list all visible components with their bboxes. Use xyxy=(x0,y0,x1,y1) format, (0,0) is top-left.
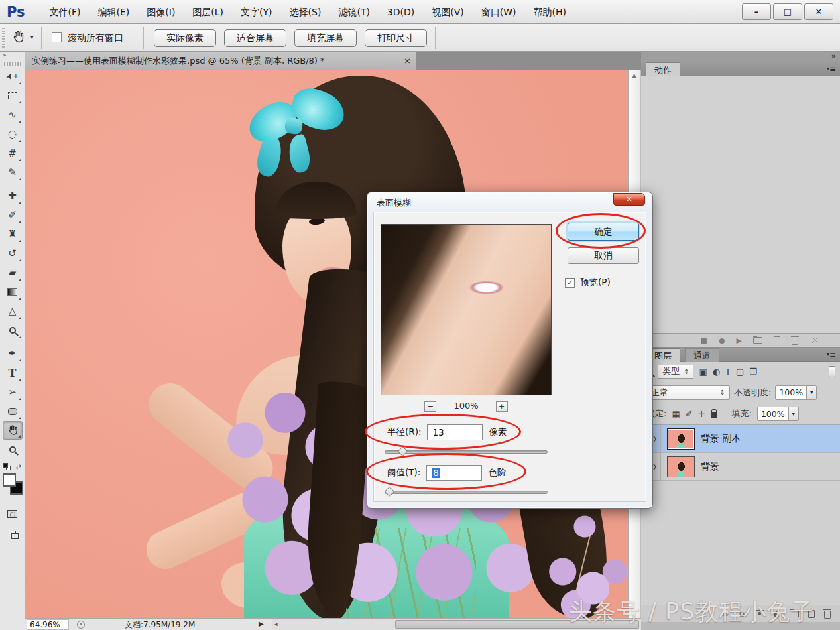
adjustment-layer-filter-icon[interactable]: ◐ xyxy=(713,367,720,377)
type-layer-filter-icon[interactable]: T xyxy=(725,367,731,377)
layer-name[interactable]: 背景 xyxy=(701,461,719,473)
move-tool[interactable]: ➤✛ xyxy=(3,67,23,86)
document-close-icon[interactable]: × xyxy=(404,52,411,70)
tab-actions[interactable]: 动作 xyxy=(646,62,680,76)
quick-selection-tool[interactable]: ◌ xyxy=(3,125,23,143)
default-colors-icon[interactable] xyxy=(3,463,11,470)
lock-all-icon[interactable] xyxy=(711,412,717,418)
radius-input[interactable]: 13 xyxy=(427,424,483,440)
menu-image[interactable]: 图像(I) xyxy=(138,0,184,24)
panel-menu-icon[interactable]: ▾≡ xyxy=(827,64,836,74)
quick-mask-button[interactable] xyxy=(3,505,23,523)
record-icon[interactable]: ● xyxy=(719,336,725,345)
toolbar-collapse-icon[interactable]: » xyxy=(0,52,25,60)
menu-layer[interactable]: 图层(L) xyxy=(184,0,232,24)
lasso-tool[interactable]: ∿ xyxy=(3,105,23,124)
zoom-in-button[interactable]: + xyxy=(496,401,508,412)
filter-toggle-switch[interactable] xyxy=(829,366,835,377)
new-action-icon[interactable] xyxy=(774,336,780,344)
menu-file[interactable]: 文件(F) xyxy=(41,0,90,24)
eyedropper-tool[interactable]: ✎ xyxy=(3,163,23,182)
gradient-tool[interactable] xyxy=(3,283,23,301)
panel-menu-icon[interactable]: ▾≡ xyxy=(827,350,836,359)
menu-help[interactable]: 帮助(H) xyxy=(525,0,575,24)
pixel-layer-filter-icon[interactable]: ▣ xyxy=(699,367,707,377)
minimize-button[interactable]: – xyxy=(742,3,771,20)
menu-view[interactable]: 视图(V) xyxy=(423,0,473,24)
zoom-out-button[interactable]: − xyxy=(424,401,436,412)
print-size-button[interactable]: 打印尺寸 xyxy=(365,29,427,47)
layer-thumbnail[interactable] xyxy=(667,456,695,477)
document-tab[interactable]: 实例练习——使用表面模糊制作水彩效果.psd @ 65% (背景 副本, RGB… xyxy=(25,52,416,70)
layer-row-background-copy[interactable]: 背景 副本 xyxy=(641,425,840,453)
collapse-panels-icon[interactable]: » xyxy=(641,52,840,62)
dialog-close-button[interactable]: ✕ xyxy=(613,193,645,206)
tab-channels[interactable]: 通道 xyxy=(685,348,719,362)
layer-thumbnail[interactable] xyxy=(667,428,695,450)
delete-layer-icon[interactable] xyxy=(824,611,831,619)
swap-colors-icon[interactable]: ⇄ xyxy=(16,463,21,470)
menu-type[interactable]: 文字(Y) xyxy=(232,0,280,24)
dropdown-icon[interactable]: ▾ xyxy=(806,386,816,399)
shape-tool[interactable] xyxy=(3,402,23,420)
shape-layer-filter-icon[interactable]: ▢ xyxy=(736,367,744,377)
layer-name[interactable]: 背景 副本 xyxy=(701,433,741,445)
status-menu-icon[interactable]: ▶ xyxy=(259,620,264,627)
actual-pixels-button[interactable]: 实际像素 xyxy=(154,29,216,47)
lock-position-icon[interactable]: ✛ xyxy=(698,409,705,419)
panel-resize-grip[interactable] xyxy=(812,338,817,343)
fill-screen-button[interactable]: 填充屏幕 xyxy=(294,29,357,47)
foreground-color-swatch[interactable] xyxy=(3,473,16,487)
eraser-tool[interactable]: ▰ xyxy=(3,263,23,282)
healing-brush-tool[interactable]: ✚ xyxy=(3,186,23,205)
menu-window[interactable]: 窗口(W) xyxy=(473,0,525,24)
scroll-left-icon[interactable]: ◂ xyxy=(274,621,278,627)
threshold-slider-handle[interactable] xyxy=(385,487,395,497)
fit-screen-button[interactable]: 适合屏幕 xyxy=(224,29,286,47)
smart-object-filter-icon[interactable]: ❐ xyxy=(749,367,757,377)
radius-slider[interactable] xyxy=(385,447,548,456)
dodge-tool[interactable] xyxy=(3,321,23,340)
scroll-all-windows-checkbox[interactable] xyxy=(52,32,62,42)
stop-icon[interactable]: ■ xyxy=(701,336,707,345)
hand-tool-dropdown-icon[interactable]: ▾ xyxy=(30,34,34,40)
menu-3d[interactable]: 3D(D) xyxy=(379,0,423,24)
blur-tool[interactable]: △ xyxy=(3,302,23,320)
preview-checkbox[interactable]: ✓ xyxy=(565,278,575,288)
layer-row-background[interactable]: 背景 xyxy=(641,453,840,481)
threshold-slider[interactable] xyxy=(385,487,548,497)
brush-tool[interactable]: ✐ xyxy=(3,206,23,224)
dropdown-icon[interactable]: ▾ xyxy=(788,407,798,420)
lock-paint-icon[interactable]: ✐ xyxy=(686,409,693,419)
menu-select[interactable]: 选择(S) xyxy=(281,0,330,24)
radius-slider-handle[interactable] xyxy=(398,446,408,457)
opacity-dropdown[interactable]: 100% ▾ xyxy=(775,385,817,400)
type-tool[interactable]: T xyxy=(3,363,23,382)
lock-transparency-icon[interactable]: ▦ xyxy=(672,409,680,419)
fill-dropdown[interactable]: 100% ▾ xyxy=(757,407,799,421)
options-bar-grip[interactable] xyxy=(2,28,5,48)
path-selection-tool[interactable]: ➢ xyxy=(3,383,23,401)
blend-mode-dropdown[interactable]: 正常 ⇕ xyxy=(646,385,730,400)
screen-mode-button[interactable] xyxy=(3,524,23,542)
play-icon[interactable]: ▶ xyxy=(737,336,742,345)
pen-tool[interactable]: ✒ xyxy=(3,344,23,363)
new-action-set-icon[interactable] xyxy=(753,337,762,344)
clone-stamp-tool[interactable]: ♜ xyxy=(3,225,23,243)
toolbar-grip[interactable] xyxy=(4,62,21,66)
crop-tool[interactable]: # xyxy=(3,144,23,162)
hand-tool[interactable] xyxy=(3,421,23,440)
delete-action-icon[interactable] xyxy=(792,338,798,345)
filter-type-dropdown[interactable]: 类型 ⇕ xyxy=(658,365,693,379)
maximize-button[interactable]: □ xyxy=(773,3,802,20)
scroll-up-icon[interactable]: ▲ xyxy=(632,72,636,78)
menu-filter[interactable]: 滤镜(T) xyxy=(330,0,378,24)
ok-button[interactable]: 确定 xyxy=(568,223,639,241)
menu-edit[interactable]: 编辑(E) xyxy=(90,0,139,24)
marquee-tool[interactable] xyxy=(3,86,23,105)
zoom-level-field[interactable]: 64.96% xyxy=(27,619,69,630)
close-button[interactable]: ✕ xyxy=(804,3,833,20)
history-brush-tool[interactable]: ↺ xyxy=(3,244,23,263)
zoom-tool[interactable] xyxy=(3,440,23,459)
cancel-button[interactable]: 取消 xyxy=(568,247,639,264)
